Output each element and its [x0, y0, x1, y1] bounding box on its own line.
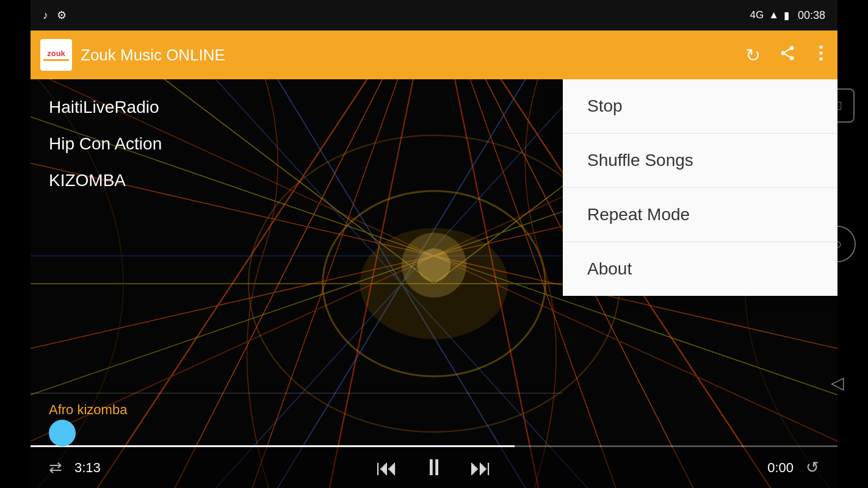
- controls-left: ⇄ 3:13: [49, 458, 101, 477]
- song-list: HaitiLiveRadio Hip Con Action KIZOMBA: [31, 79, 562, 220]
- battery-icon: ▮: [784, 9, 789, 22]
- app-logo: zouk: [40, 39, 72, 71]
- list-item[interactable]: Hip Con Action: [49, 134, 543, 154]
- progress-fill: [31, 445, 515, 447]
- total-time: 0:00: [767, 460, 794, 476]
- status-bar: ♪ ⚙ 4G ▲ ▮ 00:38: [31, 0, 837, 30]
- share-button[interactable]: [779, 45, 796, 66]
- list-item[interactable]: HaitiLiveRadio: [49, 98, 543, 117]
- android-status-icon: ⚙: [57, 9, 67, 22]
- shuffle-button[interactable]: ⇄: [49, 458, 62, 477]
- repeat-button[interactable]: ↺: [806, 458, 819, 477]
- svg-point-5: [819, 45, 823, 49]
- progress-bar[interactable]: [31, 445, 837, 447]
- app-bar-actions: ↻: [745, 44, 828, 66]
- svg-line-3: [785, 54, 790, 57]
- menu-item-stop[interactable]: Stop: [563, 79, 837, 134]
- scrubber-knob[interactable]: [49, 420, 76, 447]
- logo-text: zouk: [47, 49, 65, 58]
- controls-row: ⇄ 3:13 ⏮ ⏸ ⏭ 0:00 ↺: [31, 447, 837, 488]
- menu-item-repeat[interactable]: Repeat Mode: [563, 188, 837, 242]
- current-time: 3:13: [74, 460, 101, 476]
- back-button[interactable]: ◁: [820, 365, 855, 400]
- player-controls: ⇄ 3:13 ⏮ ⏸ ⏭ 0:00 ↺: [31, 445, 837, 488]
- menu-item-shuffle[interactable]: Shuffle Songs: [563, 134, 837, 188]
- music-status-icon: ♪: [43, 9, 48, 22]
- signal-icon: ▲: [769, 9, 779, 21]
- next-button[interactable]: ⏭: [470, 455, 492, 481]
- dropdown-menu: Stop Shuffle Songs Repeat Mode About: [563, 79, 837, 296]
- svg-point-36: [418, 248, 451, 282]
- menu-item-about[interactable]: About: [563, 242, 837, 296]
- svg-point-2: [790, 56, 794, 60]
- network-label: 4G: [750, 9, 764, 21]
- svg-point-1: [781, 51, 786, 55]
- prev-button[interactable]: ⏮: [376, 455, 398, 481]
- svg-line-4: [785, 49, 790, 52]
- app-bar: zouk Zouk Music ONLINE ↻: [31, 30, 837, 79]
- refresh-button[interactable]: ↻: [745, 45, 761, 66]
- pause-button[interactable]: ⏸: [422, 454, 446, 481]
- main-content: HaitiLiveRadio Hip Con Action KIZOMBA Af…: [31, 79, 837, 488]
- svg-point-0: [790, 46, 794, 50]
- controls-right: 0:00 ↺: [767, 458, 819, 477]
- app-title: Zouk Music ONLINE: [81, 46, 745, 65]
- list-item[interactable]: KIZOMBA: [49, 171, 543, 190]
- svg-point-7: [819, 57, 823, 61]
- controls-center: ⏮ ⏸ ⏭: [376, 454, 492, 481]
- svg-point-6: [819, 51, 823, 55]
- more-options-button[interactable]: [814, 44, 828, 66]
- now-playing-label: Afro kizomba: [49, 402, 127, 418]
